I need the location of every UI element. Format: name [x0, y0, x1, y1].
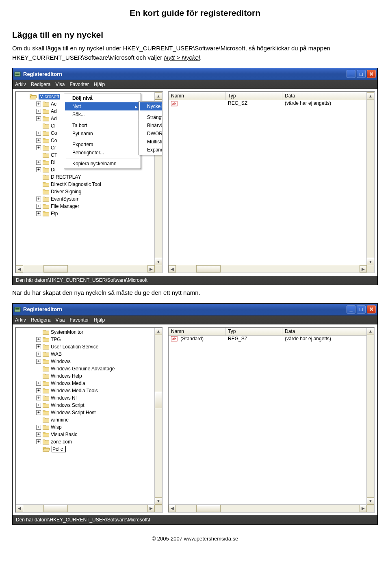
tree-item[interactable]: +Wisp	[16, 424, 155, 431]
ctx-bytnamn[interactable]: Byt namn	[65, 130, 140, 138]
menu-visa[interactable]: Visa	[55, 317, 65, 323]
tree-item[interactable]: +Windows Script Host	[16, 409, 155, 416]
values-pane[interactable]: Namn Typ Data ab REG_SZ (värde har ej an…	[168, 91, 375, 273]
hscrollbar[interactable]: ◀ ▶	[16, 504, 155, 512]
menu-redigera[interactable]: Redigera	[31, 317, 51, 323]
expand-plus-icon[interactable]: +	[36, 160, 41, 165]
menu-hjalp[interactable]: Hjälp	[94, 317, 105, 323]
col-data[interactable]: Data	[282, 328, 374, 336]
ctx-strangvarde[interactable]: Strängvärde	[140, 113, 163, 121]
ctx-nytt[interactable]: Nytt▸	[65, 102, 140, 110]
tree-item[interactable]: +Ftp	[16, 210, 155, 217]
tree-item[interactable]: +TPG	[16, 336, 155, 343]
hscrollbar[interactable]: ◀ ▶	[16, 265, 155, 272]
expand-plus-icon[interactable]: +	[36, 359, 41, 364]
scroll-up-icon[interactable]: ▲	[367, 92, 374, 99]
expand-plus-icon[interactable]: +	[36, 211, 41, 216]
col-namn[interactable]: Namn	[169, 328, 225, 336]
tree-item[interactable]: Windows Help	[16, 372, 155, 380]
expand-plus-icon[interactable]: +	[36, 131, 41, 136]
expand-plus-icon[interactable]: +	[36, 102, 41, 106]
scroll-down-icon[interactable]: ▼	[367, 497, 374, 505]
maximize-button[interactable]: □	[357, 70, 366, 78]
col-data[interactable]: Data	[282, 92, 374, 100]
expand-plus-icon[interactable]: +	[36, 425, 41, 430]
ctx-multistrang[interactable]: Multisträngvärde	[140, 138, 163, 146]
hscroll-thumb[interactable]	[43, 265, 68, 272]
vscrollbar[interactable]: ▲ ▼	[366, 92, 374, 265]
ctx-dword[interactable]: DWORD-värde	[140, 130, 163, 138]
expand-plus-icon[interactable]: +	[36, 116, 41, 121]
expand-plus-icon[interactable]: +	[36, 388, 41, 393]
titlebar[interactable]: Registereditorn ‗ □ ✕	[13, 68, 377, 80]
hscrollbar[interactable]: ◀ ▶	[169, 265, 367, 272]
tree-item[interactable]: +zone.com	[16, 438, 155, 445]
ctx-binarvarde[interactable]: Binärvärde	[140, 121, 163, 130]
expand-plus-icon[interactable]: +	[36, 344, 41, 349]
scroll-right-icon[interactable]: ▶	[147, 505, 155, 512]
menu-arkiv[interactable]: Arkiv	[15, 317, 26, 323]
tree-item[interactable]: +WAB	[16, 350, 155, 358]
scroll-up-icon[interactable]: ▲	[155, 328, 162, 335]
ctx-exportera[interactable]: Exportera	[65, 141, 140, 149]
hscrollbar[interactable]: ◀ ▶	[169, 504, 367, 512]
tree-item[interactable]: +Windows NT	[16, 394, 155, 402]
expand-plus-icon[interactable]: +	[36, 167, 41, 172]
tree-item[interactable]: +File Manager	[16, 203, 155, 210]
close-button[interactable]: ✕	[367, 70, 376, 78]
tree-pane[interactable]: Microsoft+Ac+Ad+AdCl+Co+Co+CrCT+Di+DiDIR…	[15, 91, 163, 273]
tree-item[interactable]: SystemMonitor	[16, 329, 155, 336]
hscroll-thumb[interactable]	[43, 505, 68, 512]
ctx-nyckel[interactable]: Nyckel	[140, 102, 163, 110]
expand-plus-icon[interactable]: +	[36, 204, 41, 209]
scroll-right-icon[interactable]: ▶	[360, 505, 367, 512]
ctx-expanderbart[interactable]: Expanderbart strängvärde	[140, 146, 163, 154]
scroll-left-icon[interactable]: ◀	[16, 265, 23, 272]
expand-plus-icon[interactable]: +	[36, 403, 41, 408]
tree-item[interactable]: DirectX Diagnostic Tool	[16, 181, 155, 188]
maximize-button[interactable]: □	[357, 305, 366, 313]
expand-plus-icon[interactable]: +	[36, 432, 41, 437]
expand-plus-icon[interactable]: +	[36, 337, 41, 342]
scroll-down-icon[interactable]: ▼	[367, 258, 374, 265]
tree-item[interactable]: +Windows Media Tools	[16, 387, 155, 394]
expand-plus-icon[interactable]: +	[36, 352, 41, 357]
col-typ[interactable]: Typ	[225, 92, 282, 100]
tree-item[interactable]: Windows Genuine Advantage	[16, 365, 155, 372]
tree-item[interactable]: +User Location Service	[16, 343, 155, 350]
scroll-right-icon[interactable]: ▶	[147, 265, 155, 272]
vscrollbar[interactable]: ▲ ▼	[366, 328, 374, 505]
menu-favoriter[interactable]: Favoriter	[70, 317, 89, 323]
expand-plus-icon[interactable]: +	[36, 410, 41, 415]
tree-pane[interactable]: SystemMonitor+TPG+User Location Service+…	[15, 327, 163, 513]
expand-plus-icon[interactable]: +	[36, 109, 41, 114]
tree-item[interactable]: Driver Signing	[16, 188, 155, 195]
scroll-down-icon[interactable]: ▼	[155, 258, 162, 265]
tree-item-editing[interactable]: Polic	[16, 445, 155, 453]
value-row[interactable]: ab REG_SZ (värde har ej angetts)	[169, 100, 374, 108]
minimize-button[interactable]: ‗	[347, 70, 355, 78]
values-pane[interactable]: Namn Typ Data ab (Standard) REG_SZ (värd…	[168, 327, 375, 513]
hscroll-thumb[interactable]	[196, 505, 221, 512]
rename-input[interactable]: Polic	[52, 446, 66, 452]
expand-plus-icon[interactable]: +	[36, 197, 41, 201]
value-row[interactable]: ab (Standard) REG_SZ (värde har ej anget…	[169, 336, 374, 343]
titlebar[interactable]: Registereditorn ‗ □ ✕	[13, 304, 377, 316]
col-typ[interactable]: Typ	[225, 328, 282, 336]
tree-item[interactable]: +EventSystem	[16, 195, 155, 203]
scroll-up-icon[interactable]: ▲	[155, 92, 162, 99]
tree-item[interactable]: winmine	[16, 416, 155, 424]
ctx-behorigheter[interactable]: Behörigheter...	[65, 149, 140, 157]
expand-plus-icon[interactable]: +	[36, 439, 41, 444]
menu-favoriter[interactable]: Favoriter	[70, 82, 89, 87]
tree-item[interactable]: +Visual Basic	[16, 431, 155, 438]
scroll-down-icon[interactable]: ▼	[155, 497, 162, 505]
menu-hjalp[interactable]: Hjälp	[94, 82, 105, 87]
tree-item[interactable]: DIRECTPLAY	[16, 173, 155, 181]
col-namn[interactable]: Namn	[169, 92, 225, 100]
scroll-left-icon[interactable]: ◀	[169, 265, 176, 272]
tree-item[interactable]: +Windows	[16, 358, 155, 365]
scroll-right-icon[interactable]: ▶	[360, 265, 367, 272]
menu-visa[interactable]: Visa	[55, 82, 65, 87]
expand-plus-icon[interactable]: +	[36, 138, 41, 143]
